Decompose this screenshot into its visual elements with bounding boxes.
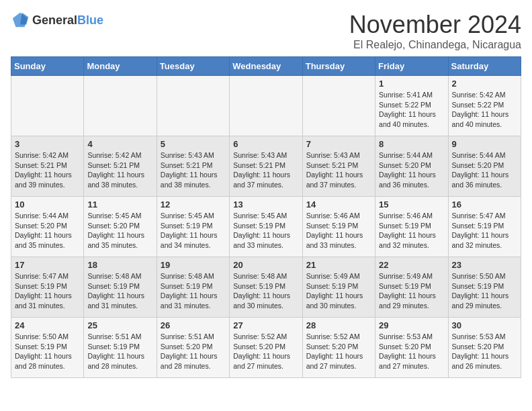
- day-number: 7: [306, 139, 371, 149]
- week-row-3: 10Sunrise: 5:44 AMSunset: 5:20 PMDayligh…: [11, 197, 521, 257]
- day-info: Sunrise: 5:48 AMSunset: 5:19 PMDaylight:…: [233, 271, 298, 311]
- day-info: Sunrise: 5:45 AMSunset: 5:19 PMDaylight:…: [233, 211, 298, 250]
- header-tuesday: Tuesday: [157, 57, 229, 76]
- day-number: 19: [161, 260, 226, 270]
- day-cell: 7Sunrise: 5:43 AMSunset: 5:21 PMDaylight…: [302, 136, 375, 197]
- day-number: 16: [452, 199, 517, 210]
- day-info: Sunrise: 5:48 AMSunset: 5:19 PMDaylight:…: [87, 271, 152, 311]
- day-cell: 24Sunrise: 5:50 AMSunset: 5:19 PMDayligh…: [11, 318, 84, 378]
- day-cell: 19Sunrise: 5:48 AMSunset: 5:19 PMDayligh…: [157, 257, 229, 318]
- day-number: 23: [452, 260, 517, 270]
- calendar-title: November 2024: [349, 11, 521, 39]
- day-number: 12: [161, 199, 226, 210]
- day-info: Sunrise: 5:44 AMSunset: 5:20 PMDaylight:…: [15, 211, 80, 250]
- day-number: 2: [452, 79, 517, 89]
- day-info: Sunrise: 5:44 AMSunset: 5:20 PMDaylight:…: [452, 150, 517, 190]
- day-number: 11: [87, 199, 152, 210]
- day-number: 26: [161, 320, 226, 330]
- header-thursday: Thursday: [302, 57, 375, 76]
- title-section: November 2024 El Realejo, Chinandega, Ni…: [349, 11, 521, 51]
- day-info: Sunrise: 5:49 AMSunset: 5:19 PMDaylight:…: [306, 271, 371, 311]
- day-number: 22: [379, 260, 444, 270]
- logo-text-blue: Blue: [77, 13, 103, 27]
- day-cell: 25Sunrise: 5:51 AMSunset: 5:19 PMDayligh…: [84, 318, 157, 378]
- day-cell: 17Sunrise: 5:47 AMSunset: 5:19 PMDayligh…: [11, 257, 84, 318]
- day-number: 14: [306, 199, 371, 210]
- day-info: Sunrise: 5:42 AMSunset: 5:22 PMDaylight:…: [452, 90, 517, 130]
- day-number: 21: [306, 260, 371, 270]
- day-number: 15: [379, 199, 444, 210]
- day-cell: 10Sunrise: 5:44 AMSunset: 5:20 PMDayligh…: [11, 197, 84, 257]
- day-number: 17: [15, 260, 80, 270]
- day-cell: [302, 76, 375, 136]
- day-cell: 14Sunrise: 5:46 AMSunset: 5:19 PMDayligh…: [302, 197, 375, 257]
- header-monday: Monday: [84, 57, 157, 76]
- day-cell: 3Sunrise: 5:42 AMSunset: 5:21 PMDaylight…: [11, 136, 84, 197]
- header-friday: Friday: [375, 57, 448, 76]
- day-info: Sunrise: 5:52 AMSunset: 5:20 PMDaylight:…: [306, 332, 371, 371]
- calendar-subtitle: El Realejo, Chinandega, Nicaragua: [349, 39, 521, 51]
- day-cell: 23Sunrise: 5:50 AMSunset: 5:19 PMDayligh…: [448, 257, 521, 318]
- week-row-5: 24Sunrise: 5:50 AMSunset: 5:19 PMDayligh…: [11, 318, 521, 378]
- day-cell: 11Sunrise: 5:45 AMSunset: 5:20 PMDayligh…: [84, 197, 157, 257]
- day-info: Sunrise: 5:51 AMSunset: 5:19 PMDaylight:…: [87, 332, 152, 371]
- day-number: 28: [306, 320, 371, 330]
- header-wednesday: Wednesday: [230, 57, 302, 76]
- day-cell: 12Sunrise: 5:45 AMSunset: 5:19 PMDayligh…: [157, 197, 229, 257]
- day-info: Sunrise: 5:43 AMSunset: 5:21 PMDaylight:…: [233, 150, 298, 190]
- header-saturday: Saturday: [448, 57, 521, 76]
- day-info: Sunrise: 5:42 AMSunset: 5:21 PMDaylight:…: [87, 150, 152, 190]
- day-cell: 13Sunrise: 5:45 AMSunset: 5:19 PMDayligh…: [230, 197, 302, 257]
- day-info: Sunrise: 5:50 AMSunset: 5:19 PMDaylight:…: [452, 271, 517, 311]
- day-info: Sunrise: 5:45 AMSunset: 5:19 PMDaylight:…: [161, 211, 226, 250]
- day-cell: [230, 76, 302, 136]
- day-cell: 26Sunrise: 5:51 AMSunset: 5:20 PMDayligh…: [157, 318, 229, 378]
- day-number: 27: [233, 320, 298, 330]
- day-cell: 22Sunrise: 5:49 AMSunset: 5:19 PMDayligh…: [375, 257, 448, 318]
- day-number: 10: [15, 199, 80, 210]
- day-cell: 2Sunrise: 5:42 AMSunset: 5:22 PMDaylight…: [448, 76, 521, 136]
- day-number: 24: [15, 320, 80, 330]
- day-cell: 5Sunrise: 5:43 AMSunset: 5:21 PMDaylight…: [157, 136, 229, 197]
- logo-text-general: General: [32, 13, 77, 27]
- day-info: Sunrise: 5:45 AMSunset: 5:20 PMDaylight:…: [87, 211, 152, 250]
- day-info: Sunrise: 5:47 AMSunset: 5:19 PMDaylight:…: [452, 211, 517, 250]
- day-info: Sunrise: 5:53 AMSunset: 5:20 PMDaylight:…: [379, 332, 444, 371]
- day-cell: 20Sunrise: 5:48 AMSunset: 5:19 PMDayligh…: [230, 257, 302, 318]
- day-cell: 18Sunrise: 5:48 AMSunset: 5:19 PMDayligh…: [84, 257, 157, 318]
- day-number: 1: [379, 79, 444, 89]
- day-number: 20: [233, 260, 298, 270]
- day-info: Sunrise: 5:49 AMSunset: 5:19 PMDaylight:…: [379, 271, 444, 311]
- day-number: 4: [87, 139, 152, 149]
- day-info: Sunrise: 5:50 AMSunset: 5:19 PMDaylight:…: [15, 332, 80, 371]
- header-sunday: Sunday: [11, 57, 84, 76]
- day-info: Sunrise: 5:42 AMSunset: 5:21 PMDaylight:…: [15, 150, 80, 190]
- day-info: Sunrise: 5:44 AMSunset: 5:20 PMDaylight:…: [379, 150, 444, 190]
- day-info: Sunrise: 5:43 AMSunset: 5:21 PMDaylight:…: [306, 150, 371, 190]
- day-info: Sunrise: 5:48 AMSunset: 5:19 PMDaylight:…: [161, 271, 226, 311]
- day-cell: [157, 76, 229, 136]
- week-row-1: 1Sunrise: 5:41 AMSunset: 5:22 PMDaylight…: [11, 76, 521, 136]
- day-cell: 28Sunrise: 5:52 AMSunset: 5:20 PMDayligh…: [302, 318, 375, 378]
- calendar-table: Sunday Monday Tuesday Wednesday Thursday…: [11, 56, 521, 378]
- logo-icon: [11, 11, 30, 30]
- day-number: 29: [379, 320, 444, 330]
- day-cell: 15Sunrise: 5:46 AMSunset: 5:19 PMDayligh…: [375, 197, 448, 257]
- day-number: 8: [379, 139, 444, 149]
- day-cell: 4Sunrise: 5:42 AMSunset: 5:21 PMDaylight…: [84, 136, 157, 197]
- day-number: 18: [87, 260, 152, 270]
- day-info: Sunrise: 5:53 AMSunset: 5:20 PMDaylight:…: [452, 332, 517, 371]
- weekday-header-row: Sunday Monday Tuesday Wednesday Thursday…: [11, 57, 521, 76]
- day-cell: [11, 76, 84, 136]
- day-cell: 8Sunrise: 5:44 AMSunset: 5:20 PMDaylight…: [375, 136, 448, 197]
- day-cell: 21Sunrise: 5:49 AMSunset: 5:19 PMDayligh…: [302, 257, 375, 318]
- day-number: 6: [233, 139, 298, 149]
- day-cell: 6Sunrise: 5:43 AMSunset: 5:21 PMDaylight…: [230, 136, 302, 197]
- day-number: 5: [161, 139, 226, 149]
- day-number: 13: [233, 199, 298, 210]
- week-row-2: 3Sunrise: 5:42 AMSunset: 5:21 PMDaylight…: [11, 136, 521, 197]
- day-info: Sunrise: 5:46 AMSunset: 5:19 PMDaylight:…: [379, 211, 444, 250]
- day-number: 3: [15, 139, 80, 149]
- day-info: Sunrise: 5:52 AMSunset: 5:20 PMDaylight:…: [233, 332, 298, 371]
- day-info: Sunrise: 5:43 AMSunset: 5:21 PMDaylight:…: [161, 150, 226, 190]
